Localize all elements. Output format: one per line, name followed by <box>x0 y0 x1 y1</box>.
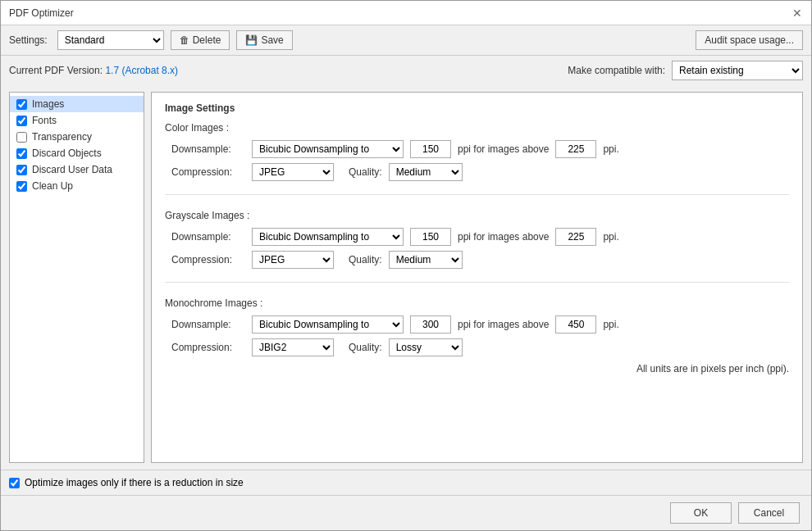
make-compatible-label: Make compatible with: <box>568 65 665 76</box>
color-compression-row: Compression: JPEG JPEG2000 ZIP None Qual… <box>165 163 789 181</box>
version-value: 1.7 (Acrobat 8.x) <box>105 65 178 76</box>
current-pdf-label: Current PDF Version: 1.7 (Acrobat 8.x) <box>9 65 178 76</box>
bottom-bar: OK Cancel <box>1 495 811 530</box>
main-content: Images Fonts Transparency Discard Object… <box>1 85 811 470</box>
gray-downsample-row: Downsample: Bicubic Downsampling to Off … <box>165 228 789 246</box>
color-ppi-input[interactable] <box>410 140 451 158</box>
color-ppi-above-input[interactable] <box>555 140 596 158</box>
grayscale-images-section: Grayscale Images : Downsample: Bicubic D… <box>165 210 789 283</box>
save-button[interactable]: 💾 Save <box>236 30 292 50</box>
monochrome-images-title: Monochrome Images : <box>165 297 789 309</box>
sidebar-item-transparency[interactable]: Transparency <box>10 129 144 145</box>
gray-quality-select[interactable]: Minimum Low Medium High Maximum <box>389 251 463 269</box>
version-bar: Current PDF Version: 1.7 (Acrobat 8.x) M… <box>1 56 811 85</box>
compat-section: Make compatible with: Retain existing Ac… <box>568 61 803 80</box>
save-label: Save <box>261 34 283 46</box>
pdf-optimizer-window: PDF Optimizer ✕ Settings: Standard 🗑 Del… <box>0 0 812 531</box>
mono-quality-label: Quality: <box>349 342 382 353</box>
window-title: PDF Optimizer <box>9 7 74 19</box>
trash-icon: 🗑 <box>180 34 189 46</box>
gray-downsample-label: Downsample: <box>171 231 245 243</box>
ok-button[interactable]: OK <box>670 502 732 524</box>
images-checkbox[interactable] <box>16 99 27 110</box>
close-button[interactable]: ✕ <box>791 7 803 19</box>
mono-ppi-above-label: ppi for images above <box>458 319 549 330</box>
audit-button[interactable]: Audit space usage... <box>696 30 803 50</box>
color-compression-label: Compression: <box>171 166 245 178</box>
sidebar-item-discard-objects[interactable]: Discard Objects <box>10 145 144 161</box>
fonts-checkbox[interactable] <box>16 116 27 126</box>
toolbar: Settings: Standard 🗑 Delete 💾 Save Audit… <box>1 25 811 56</box>
mono-downsample-row: Downsample: Bicubic Downsampling to Off … <box>165 315 789 334</box>
sidebar-item-label: Discard User Data <box>32 164 112 175</box>
mono-downsample-label: Downsample: <box>171 319 245 330</box>
sidebar-item-discard-user-data[interactable]: Discard User Data <box>10 161 144 178</box>
sidebar-item-clean-up[interactable]: Clean Up <box>10 178 144 194</box>
color-ppi-above-label: ppi for images above <box>458 143 549 155</box>
settings-label: Settings: <box>9 34 48 46</box>
optimize-label: Optimize images only if there is a reduc… <box>25 477 244 488</box>
mono-quality-select[interactable]: Lossy Lossless <box>389 338 463 356</box>
discard-user-data-checkbox[interactable] <box>16 165 27 175</box>
color-downsample-label: Downsample: <box>171 143 245 155</box>
sidebar-item-fonts[interactable]: Fonts <box>10 112 144 129</box>
color-images-title: Color Images : <box>165 122 789 134</box>
optimize-row: Optimize images only if there is a reduc… <box>1 470 811 495</box>
save-icon: 💾 <box>245 34 258 46</box>
sidebar-item-label: Transparency <box>32 131 92 143</box>
color-downsample-row: Downsample: Bicubic Downsampling to Off … <box>165 140 789 158</box>
grayscale-images-title: Grayscale Images : <box>165 210 789 221</box>
clean-up-checkbox[interactable] <box>16 181 27 192</box>
sidebar: Images Fonts Transparency Discard Object… <box>9 92 144 463</box>
gray-quality-label: Quality: <box>349 254 382 266</box>
mono-compression-row: Compression: JBIG2 CCITT Group 3 CCITT G… <box>165 338 789 356</box>
gray-ppi-above-input[interactable] <box>555 228 596 246</box>
mono-ppi-suffix: ppi. <box>603 319 618 330</box>
color-images-section: Color Images : Downsample: Bicubic Downs… <box>165 122 789 195</box>
image-settings-title: Image Settings <box>165 102 789 114</box>
gray-ppi-suffix: ppi. <box>603 231 618 243</box>
gray-ppi-above-label: ppi for images above <box>458 231 549 243</box>
optimize-checkbox[interactable] <box>9 478 20 488</box>
sidebar-item-label: Images <box>32 98 64 110</box>
gray-compression-select[interactable]: JPEG JPEG2000 ZIP None <box>252 251 334 269</box>
mono-ppi-input[interactable] <box>410 315 451 334</box>
sidebar-item-label: Clean Up <box>32 180 73 192</box>
sidebar-item-images[interactable]: Images <box>10 96 144 112</box>
units-note: All units are in pixels per inch (ppi). <box>165 363 789 374</box>
color-downsample-select[interactable]: Bicubic Downsampling to Off Average Down… <box>252 140 404 158</box>
settings-select[interactable]: Standard <box>57 30 164 50</box>
right-panel: Image Settings Color Images : Downsample… <box>151 92 803 463</box>
color-quality-label: Quality: <box>349 166 382 178</box>
transparency-checkbox[interactable] <box>16 132 27 143</box>
gray-compression-label: Compression: <box>171 254 245 266</box>
gray-downsample-select[interactable]: Bicubic Downsampling to Off Average Down… <box>252 228 404 246</box>
sidebar-item-label: Discard Objects <box>32 148 102 159</box>
title-bar: PDF Optimizer ✕ <box>1 1 811 25</box>
mono-compression-label: Compression: <box>171 342 245 353</box>
cancel-button[interactable]: Cancel <box>738 502 800 524</box>
color-quality-select[interactable]: Minimum Low Medium High Maximum <box>389 163 463 181</box>
compat-select[interactable]: Retain existing Acrobat 4 and later Acro… <box>672 61 803 80</box>
delete-label: Delete <box>193 34 221 46</box>
color-compression-select[interactable]: JPEG JPEG2000 ZIP None <box>252 163 334 181</box>
discard-objects-checkbox[interactable] <box>16 148 27 159</box>
mono-downsample-select[interactable]: Bicubic Downsampling to Off Average Down… <box>252 315 404 334</box>
mono-ppi-above-input[interactable] <box>555 315 596 334</box>
monochrome-images-section: Monochrome Images : Downsample: Bicubic … <box>165 297 789 388</box>
gray-ppi-input[interactable] <box>410 228 451 246</box>
mono-compression-select[interactable]: JBIG2 CCITT Group 3 CCITT Group 4 ZIP No… <box>252 338 334 356</box>
gray-compression-row: Compression: JPEG JPEG2000 ZIP None Qual… <box>165 251 789 269</box>
color-ppi-suffix: ppi. <box>603 143 618 155</box>
sidebar-item-label: Fonts <box>32 115 57 126</box>
delete-button[interactable]: 🗑 Delete <box>171 30 230 50</box>
